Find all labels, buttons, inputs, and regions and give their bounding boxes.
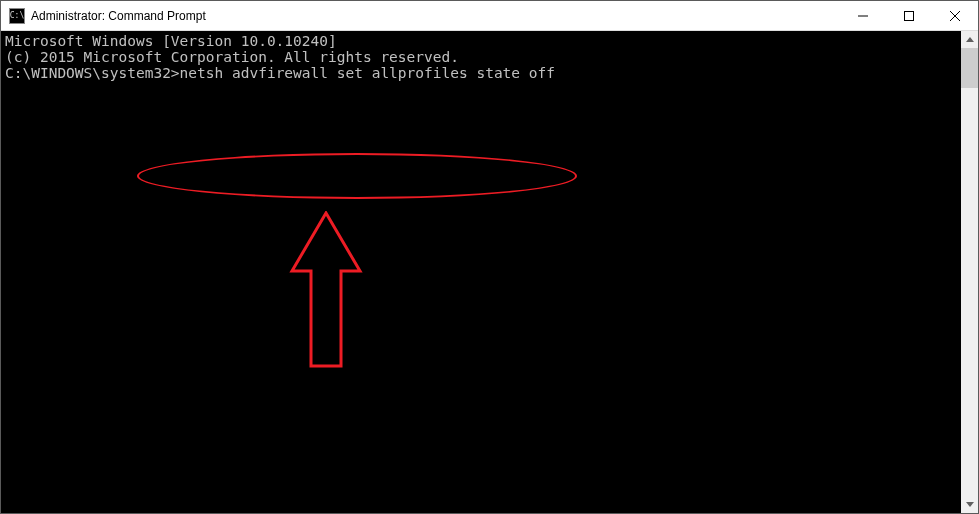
- minimize-button[interactable]: [840, 1, 886, 30]
- maximize-icon: [904, 11, 914, 21]
- chevron-up-icon: [966, 37, 974, 42]
- close-icon: [950, 11, 960, 21]
- scroll-thumb[interactable]: [961, 48, 978, 88]
- terminal[interactable]: Microsoft Windows [Version 10.0.10240](c…: [1, 31, 961, 513]
- highlight-ellipse: [137, 153, 577, 199]
- annotation-layer: [5, 113, 75, 177]
- terminal-command: netsh advfirewall set allprofiles state …: [180, 65, 555, 81]
- scroll-down-button[interactable]: [961, 496, 978, 513]
- minimize-icon: [858, 11, 868, 21]
- vertical-scrollbar[interactable]: [961, 31, 978, 513]
- terminal-prompt: C:\WINDOWS\system32>: [5, 65, 180, 81]
- window-title: Administrator: Command Prompt: [31, 9, 840, 23]
- arrow-icon: [286, 211, 366, 371]
- titlebar[interactable]: C:\ Administrator: Command Prompt: [1, 1, 978, 31]
- terminal-container: Microsoft Windows [Version 10.0.10240](c…: [1, 31, 978, 513]
- svg-rect-1: [905, 11, 914, 20]
- close-button[interactable]: [932, 1, 978, 30]
- terminal-line-version: Microsoft Windows [Version 10.0.10240]: [5, 33, 961, 49]
- terminal-line-copyright: (c) 2015 Microsoft Corporation. All righ…: [5, 49, 961, 65]
- scroll-up-button[interactable]: [961, 31, 978, 48]
- scroll-track[interactable]: [961, 48, 978, 496]
- maximize-button[interactable]: [886, 1, 932, 30]
- terminal-prompt-line: C:\WINDOWS\system32>netsh advfirewall se…: [5, 65, 961, 81]
- cmd-icon: C:\: [9, 8, 25, 24]
- command-prompt-window: C:\ Administrator: Command Prompt Micros…: [0, 0, 979, 514]
- chevron-down-icon: [966, 502, 974, 507]
- window-controls: [840, 1, 978, 30]
